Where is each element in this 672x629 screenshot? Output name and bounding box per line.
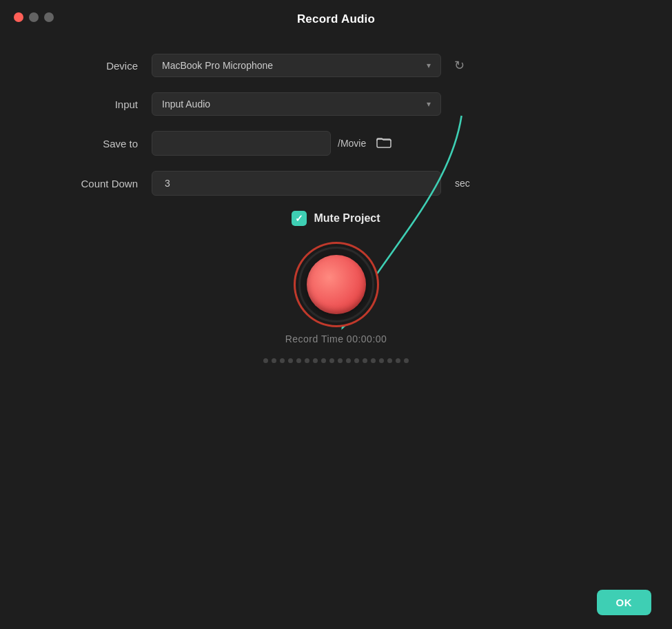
- record-button[interactable]: [298, 247, 374, 322]
- record-area: Record Time 00:00:00: [263, 247, 409, 363]
- device-dropdown[interactable]: MacBook Pro Microphone ▾: [152, 54, 441, 77]
- waveform-dot: [272, 358, 276, 363]
- main-content: Device MacBook Pro Microphone ▾ ↻ Input …: [0, 33, 672, 583]
- device-control-area: MacBook Pro Microphone ▾ ↻: [152, 54, 617, 77]
- input-dropdown-value: Input Audio: [162, 99, 210, 110]
- waveform-dot: [354, 358, 359, 363]
- waveform-dot: [288, 358, 293, 363]
- save-to-row: Save to /Movie: [55, 131, 617, 156]
- waveform-dot: [321, 358, 326, 363]
- bottom-bar: OK: [0, 583, 672, 629]
- countdown-label: Count Down: [55, 178, 152, 189]
- device-label: Device: [55, 60, 152, 72]
- waveform-dot: [387, 358, 392, 363]
- maximize-button[interactable]: [44, 12, 54, 22]
- seconds-label: sec: [455, 178, 470, 189]
- countdown-control-area: 3 sec: [152, 171, 617, 196]
- waveform-dot: [404, 358, 409, 363]
- mute-row: ✓ Mute Project: [292, 211, 380, 226]
- waveform-dot: [379, 358, 384, 363]
- countdown-input[interactable]: 3: [152, 171, 441, 196]
- waveform-dot: [313, 358, 318, 363]
- device-dropdown-value: MacBook Pro Microphone: [162, 60, 273, 71]
- waveform: [263, 358, 409, 363]
- record-time: Record Time 00:00:00: [285, 333, 387, 344]
- input-control-area: Input Audio ▾: [152, 92, 617, 116]
- window-title: Record Audio: [297, 12, 375, 26]
- input-row: Input Input Audio ▾: [55, 92, 617, 116]
- window-controls: [14, 12, 54, 22]
- waveform-dot: [338, 358, 343, 363]
- device-row: Device MacBook Pro Microphone ▾ ↻: [55, 54, 617, 77]
- input-label: Input: [55, 99, 152, 110]
- waveform-dot: [329, 358, 334, 363]
- refresh-button[interactable]: ↻: [448, 54, 470, 76]
- title-bar: Record Audio: [0, 0, 672, 33]
- save-to-path: /Movie: [338, 138, 366, 149]
- ok-button[interactable]: OK: [597, 590, 652, 615]
- waveform-dot: [296, 358, 301, 363]
- minimize-button[interactable]: [29, 12, 39, 22]
- close-button[interactable]: [14, 12, 23, 22]
- save-to-input[interactable]: [152, 131, 331, 156]
- countdown-value: 3: [162, 178, 170, 189]
- record-button-inner: [307, 255, 366, 314]
- input-dropdown[interactable]: Input Audio ▾: [152, 92, 441, 116]
- checkmark-icon: ✓: [295, 213, 303, 224]
- waveform-dot: [263, 358, 268, 363]
- device-chevron-icon: ▾: [427, 61, 431, 70]
- refresh-icon: ↻: [454, 58, 465, 73]
- save-to-label: Save to: [55, 138, 152, 149]
- waveform-dot: [363, 358, 367, 363]
- folder-icon: [376, 136, 391, 152]
- waveform-dot: [305, 358, 309, 363]
- folder-button[interactable]: [373, 132, 395, 154]
- waveform-dot: [371, 358, 376, 363]
- input-chevron-icon: ▾: [427, 99, 431, 109]
- waveform-dot: [346, 358, 351, 363]
- mute-checkbox[interactable]: ✓: [292, 211, 307, 226]
- mute-label: Mute Project: [314, 212, 380, 225]
- waveform-dot: [396, 358, 400, 363]
- svg-rect-0: [377, 139, 391, 147]
- countdown-row: Count Down 3 sec: [55, 171, 617, 196]
- waveform-dot: [280, 358, 285, 363]
- save-to-control-area: /Movie: [152, 131, 617, 156]
